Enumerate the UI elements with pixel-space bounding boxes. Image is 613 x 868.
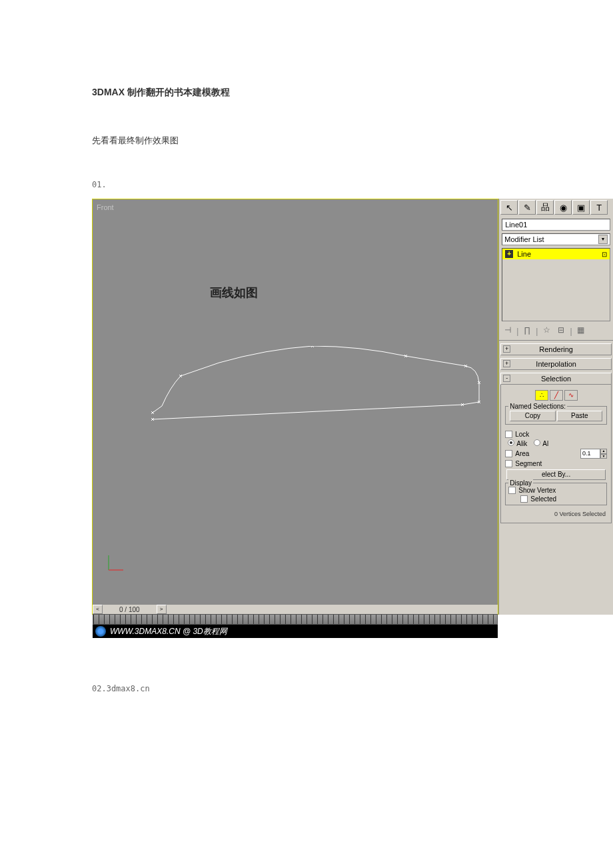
rollout-interpolation-header[interactable]: + Interpolation — [500, 358, 612, 370]
paste-button[interactable]: Paste — [557, 411, 602, 421]
spinner-up-icon[interactable]: ▲ — [600, 449, 607, 454]
timeline-scrollbar[interactable]: < 0 / 100 > — [93, 604, 498, 614]
create-tab-icon[interactable]: ↖ — [500, 200, 518, 215]
segment-level-icon[interactable]: ╱ — [550, 390, 563, 401]
named-selections-group: Named Selections: Copy Paste — [505, 406, 607, 425]
area-checkbox[interactable] — [505, 450, 512, 457]
viewport-label: Front — [97, 203, 114, 211]
show-vertex-checkbox[interactable] — [508, 487, 516, 494]
selected-row: Selected — [507, 495, 605, 503]
show-vertex-row: Show Vertex — [507, 486, 605, 495]
timeline-frame: 0 / 100 — [103, 606, 157, 613]
area-spinner[interactable]: 0.1 ▲ ▼ — [580, 449, 607, 459]
select-by-button[interactable]: elect By... — [506, 469, 606, 480]
page-title: 3DMAX 制作翻开的书本建模教程 — [92, 87, 613, 99]
subobject-level-icons: ∴ ╱ ∿ — [504, 387, 608, 403]
chevron-down-icon[interactable]: ▼ — [598, 235, 608, 244]
spline-drawing — [133, 346, 486, 433]
collapse-minus-icon[interactable]: - — [503, 375, 510, 382]
spline-level-icon[interactable]: ∿ — [564, 390, 578, 401]
step-number-1: 01. — [92, 180, 613, 189]
area-input[interactable]: 0.1 — [580, 449, 600, 459]
rollout-interpolation: + Interpolation — [500, 358, 612, 370]
unique-icon[interactable]: ⊟ — [555, 325, 567, 337]
expand-icon[interactable]: + — [505, 250, 513, 258]
display-label: Display — [508, 479, 533, 487]
expand-plus-icon[interactable]: + — [503, 360, 510, 367]
lock-checkbox[interactable] — [505, 431, 512, 438]
stack-icon[interactable]: ∏ — [521, 325, 533, 337]
step-number-2: 02.3dmax8.cn — [92, 684, 613, 693]
modifier-stack[interactable]: + Line ⊡ — [502, 248, 610, 321]
screenshot: Front 画线如图 — [92, 199, 613, 615]
object-name-input[interactable]: Line01 — [502, 219, 610, 231]
hierarchy-tab-icon[interactable]: 品 — [536, 200, 554, 215]
segment-checkbox-row: Segment — [504, 459, 608, 468]
rollout-selection-header[interactable]: - Selection — [500, 373, 612, 385]
show-result-icon[interactable]: ☆ — [540, 325, 552, 337]
axis-indicator-icon — [105, 554, 125, 574]
command-panel: ↖ ✎ 品 ◉ ▣ T Line01 Modifier List ▼ + Lin… — [498, 199, 613, 615]
rollout-rendering: + Rendering — [500, 343, 612, 355]
selection-status: 0 Vertices Selected — [504, 508, 608, 520]
handle-type-radios: Alik Al — [504, 439, 608, 448]
display-group: Display Show Vertex Selected — [505, 483, 607, 505]
page-subtitle: 先看看最终制作效果图 — [92, 135, 613, 147]
timeline-ruler[interactable] — [93, 614, 498, 625]
logo-icon — [95, 626, 106, 637]
stack-toolbar: ⊣ | ∏ | ☆ ⊟ | ▦ — [499, 323, 613, 341]
pin-icon[interactable]: ⊣ — [502, 325, 514, 337]
scroll-left-icon[interactable]: < — [93, 605, 103, 614]
lock-checkbox-row: Lock — [504, 430, 608, 439]
modify-tab-icon[interactable]: ✎ — [518, 200, 536, 215]
named-selections-label: Named Selections: — [508, 403, 567, 410]
scroll-right-icon[interactable]: > — [157, 605, 167, 614]
stack-item-line[interactable]: + Line ⊡ — [502, 249, 610, 259]
modifier-list-dropdown[interactable]: Modifier List ▼ — [502, 233, 610, 245]
display-tab-icon[interactable]: ▣ — [572, 200, 590, 215]
copy-button[interactable]: Copy — [510, 411, 555, 421]
rollout-selection: - Selection ∴ ╱ ∿ Named Selections: Copy… — [500, 373, 612, 523]
watermark-text: WWW.3DMAX8.CN @ 3D教程网 — [110, 626, 227, 637]
configure-icon[interactable]: ▦ — [575, 325, 587, 337]
selected-checkbox[interactable] — [520, 495, 528, 503]
viewport-front[interactable]: Front 画线如图 — [92, 199, 498, 615]
spinner-down-icon[interactable]: ▼ — [600, 454, 607, 459]
panel-tabs: ↖ ✎ 品 ◉ ▣ T — [499, 199, 613, 216]
motion-tab-icon[interactable]: ◉ — [554, 200, 572, 215]
area-checkbox-row: Area 0.1 ▲ ▼ — [504, 448, 608, 459]
al-radio[interactable] — [534, 439, 540, 446]
segment-checkbox[interactable] — [505, 460, 512, 467]
viewport-caption: 画线如图 — [210, 285, 258, 301]
watermark-bar: WWW.3DMAX8.CN @ 3D教程网 — [93, 625, 498, 638]
vertex-level-icon[interactable]: ∴ — [535, 390, 548, 401]
alik-radio[interactable] — [508, 439, 514, 446]
stack-item-icon: ⊡ — [602, 251, 607, 258]
rollout-rendering-header[interactable]: + Rendering — [500, 343, 612, 355]
utilities-tab-icon[interactable]: T — [590, 200, 608, 215]
expand-plus-icon[interactable]: + — [503, 345, 510, 353]
